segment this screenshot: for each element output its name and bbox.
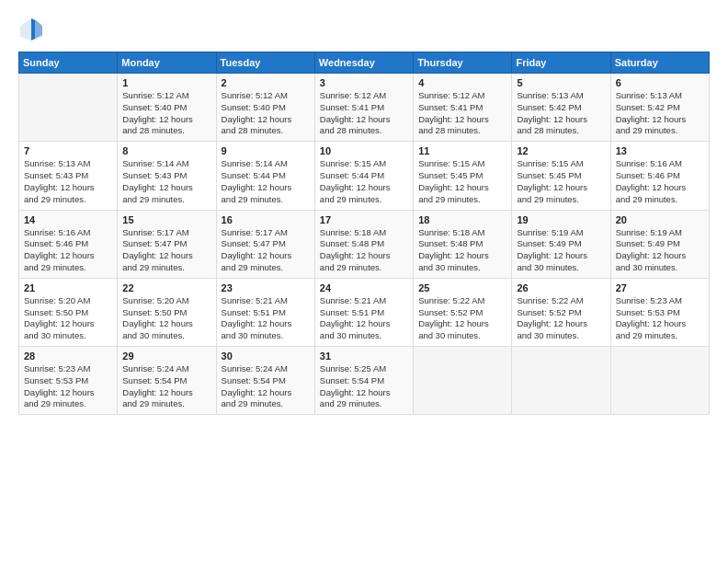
day-number: 10 [320, 145, 408, 156]
calendar-cell: 22Sunrise: 5:20 AMSunset: 5:50 PMDayligh… [118, 278, 216, 346]
calendar-cell: 11Sunrise: 5:15 AMSunset: 5:45 PMDayligh… [414, 142, 512, 210]
day-info: Sunrise: 5:15 AMSunset: 5:45 PMDaylight:… [418, 158, 506, 205]
calendar-cell: 18Sunrise: 5:18 AMSunset: 5:48 PMDayligh… [414, 210, 512, 278]
weekday-header-wednesday: Wednesday [314, 52, 413, 74]
page: SundayMondayTuesdayWednesdayThursdayFrid… [0, 0, 728, 563]
day-info: Sunrise: 5:16 AMSunset: 5:46 PMDaylight:… [24, 227, 112, 274]
day-info: Sunrise: 5:18 AMSunset: 5:48 PMDaylight:… [418, 227, 506, 274]
calendar-cell: 31Sunrise: 5:25 AMSunset: 5:54 PMDayligh… [314, 347, 413, 415]
calendar-cell: 29Sunrise: 5:24 AMSunset: 5:54 PMDayligh… [118, 347, 216, 415]
calendar-cell: 30Sunrise: 5:24 AMSunset: 5:54 PMDayligh… [216, 347, 314, 415]
calendar-cell: 16Sunrise: 5:17 AMSunset: 5:47 PMDayligh… [216, 210, 314, 278]
day-info: Sunrise: 5:14 AMSunset: 5:44 PMDaylight:… [222, 158, 310, 205]
calendar-cell: 27Sunrise: 5:23 AMSunset: 5:53 PMDayligh… [610, 278, 709, 346]
logo [18, 17, 48, 42]
calendar-cell: 20Sunrise: 5:19 AMSunset: 5:49 PMDayligh… [610, 210, 709, 278]
weekday-header-friday: Friday [512, 52, 610, 74]
day-info: Sunrise: 5:18 AMSunset: 5:48 PMDaylight:… [320, 227, 408, 274]
day-number: 16 [222, 214, 310, 225]
day-number: 2 [222, 77, 310, 88]
day-info: Sunrise: 5:12 AMSunset: 5:41 PMDaylight:… [320, 90, 408, 137]
weekday-header-thursday: Thursday [414, 52, 512, 74]
calendar-cell: 23Sunrise: 5:21 AMSunset: 5:51 PMDayligh… [216, 278, 314, 346]
day-number: 29 [122, 350, 210, 362]
day-number: 14 [24, 214, 112, 225]
day-number: 7 [24, 145, 112, 156]
calendar-cell: 19Sunrise: 5:19 AMSunset: 5:49 PMDayligh… [512, 210, 610, 278]
calendar-cell: 25Sunrise: 5:22 AMSunset: 5:52 PMDayligh… [414, 278, 512, 346]
calendar-cell: 9Sunrise: 5:14 AMSunset: 5:44 PMDaylight… [216, 142, 314, 210]
day-number: 31 [320, 350, 408, 362]
calendar-cell [512, 347, 610, 415]
day-number: 12 [517, 145, 605, 156]
day-info: Sunrise: 5:16 AMSunset: 5:46 PMDaylight:… [616, 158, 704, 205]
day-number: 19 [517, 214, 605, 225]
day-info: Sunrise: 5:13 AMSunset: 5:42 PMDaylight:… [616, 90, 704, 137]
day-number: 18 [418, 214, 506, 225]
day-number: 26 [517, 282, 605, 293]
day-info: Sunrise: 5:12 AMSunset: 5:41 PMDaylight:… [418, 90, 506, 137]
calendar-cell: 13Sunrise: 5:16 AMSunset: 5:46 PMDayligh… [610, 142, 709, 210]
day-info: Sunrise: 5:13 AMSunset: 5:43 PMDaylight:… [24, 158, 112, 205]
weekday-header-monday: Monday [118, 52, 216, 74]
day-info: Sunrise: 5:19 AMSunset: 5:49 PMDaylight:… [517, 227, 605, 274]
calendar-cell: 6Sunrise: 5:13 AMSunset: 5:42 PMDaylight… [610, 74, 709, 142]
day-number: 25 [418, 282, 506, 293]
calendar-table: SundayMondayTuesdayWednesdayThursdayFrid… [18, 52, 710, 415]
calendar-week-4: 21Sunrise: 5:20 AMSunset: 5:50 PMDayligh… [19, 278, 710, 346]
calendar-week-1: 1Sunrise: 5:12 AMSunset: 5:40 PMDaylight… [19, 74, 710, 142]
day-number: 15 [122, 214, 210, 225]
day-number: 3 [320, 77, 408, 88]
logo-icon [18, 17, 44, 42]
day-number: 1 [122, 77, 210, 88]
day-info: Sunrise: 5:22 AMSunset: 5:52 PMDaylight:… [418, 295, 506, 342]
calendar-cell: 5Sunrise: 5:13 AMSunset: 5:42 PMDaylight… [512, 74, 610, 142]
calendar-cell: 1Sunrise: 5:12 AMSunset: 5:40 PMDaylight… [118, 74, 216, 142]
day-info: Sunrise: 5:15 AMSunset: 5:45 PMDaylight:… [517, 158, 605, 205]
day-info: Sunrise: 5:12 AMSunset: 5:40 PMDaylight:… [222, 90, 310, 137]
day-number: 5 [517, 77, 605, 88]
calendar-cell: 15Sunrise: 5:17 AMSunset: 5:47 PMDayligh… [118, 210, 216, 278]
calendar-cell: 10Sunrise: 5:15 AMSunset: 5:44 PMDayligh… [314, 142, 413, 210]
day-number: 17 [320, 214, 408, 225]
day-number: 27 [616, 282, 704, 293]
calendar-week-5: 28Sunrise: 5:23 AMSunset: 5:53 PMDayligh… [19, 347, 710, 415]
day-info: Sunrise: 5:14 AMSunset: 5:43 PMDaylight:… [122, 158, 210, 205]
calendar-cell: 28Sunrise: 5:23 AMSunset: 5:53 PMDayligh… [19, 347, 118, 415]
day-info: Sunrise: 5:23 AMSunset: 5:53 PMDaylight:… [24, 363, 112, 410]
day-number: 28 [24, 350, 112, 362]
day-number: 21 [24, 282, 112, 293]
calendar-week-2: 7Sunrise: 5:13 AMSunset: 5:43 PMDaylight… [19, 142, 710, 210]
calendar-week-3: 14Sunrise: 5:16 AMSunset: 5:46 PMDayligh… [19, 210, 710, 278]
day-number: 22 [122, 282, 210, 293]
calendar-cell [610, 347, 709, 415]
day-number: 8 [122, 145, 210, 156]
calendar-cell: 21Sunrise: 5:20 AMSunset: 5:50 PMDayligh… [19, 278, 118, 346]
calendar-header: SundayMondayTuesdayWednesdayThursdayFrid… [19, 52, 710, 74]
day-info: Sunrise: 5:19 AMSunset: 5:49 PMDaylight:… [616, 227, 704, 274]
calendar-cell: 26Sunrise: 5:22 AMSunset: 5:52 PMDayligh… [512, 278, 610, 346]
svg-marker-2 [31, 18, 35, 40]
day-info: Sunrise: 5:13 AMSunset: 5:42 PMDaylight:… [517, 90, 605, 137]
calendar-cell: 24Sunrise: 5:21 AMSunset: 5:51 PMDayligh… [314, 278, 413, 346]
day-info: Sunrise: 5:12 AMSunset: 5:40 PMDaylight:… [122, 90, 210, 137]
day-info: Sunrise: 5:24 AMSunset: 5:54 PMDaylight:… [122, 363, 210, 410]
weekday-header-tuesday: Tuesday [216, 52, 314, 74]
day-info: Sunrise: 5:23 AMSunset: 5:53 PMDaylight:… [616, 295, 704, 342]
day-info: Sunrise: 5:21 AMSunset: 5:51 PMDaylight:… [222, 295, 310, 342]
calendar-cell: 14Sunrise: 5:16 AMSunset: 5:46 PMDayligh… [19, 210, 118, 278]
day-info: Sunrise: 5:22 AMSunset: 5:52 PMDaylight:… [517, 295, 605, 342]
day-number: 13 [616, 145, 704, 156]
header [18, 17, 710, 42]
day-info: Sunrise: 5:17 AMSunset: 5:47 PMDaylight:… [222, 227, 310, 274]
day-number: 30 [222, 350, 310, 362]
day-number: 20 [616, 214, 704, 225]
calendar-cell: 2Sunrise: 5:12 AMSunset: 5:40 PMDaylight… [216, 74, 314, 142]
calendar-cell: 7Sunrise: 5:13 AMSunset: 5:43 PMDaylight… [19, 142, 118, 210]
day-info: Sunrise: 5:20 AMSunset: 5:50 PMDaylight:… [122, 295, 210, 342]
calendar-cell: 12Sunrise: 5:15 AMSunset: 5:45 PMDayligh… [512, 142, 610, 210]
day-info: Sunrise: 5:21 AMSunset: 5:51 PMDaylight:… [320, 295, 408, 342]
calendar-body: 1Sunrise: 5:12 AMSunset: 5:40 PMDaylight… [19, 74, 710, 415]
calendar-cell: 3Sunrise: 5:12 AMSunset: 5:41 PMDaylight… [314, 74, 413, 142]
calendar-cell: 4Sunrise: 5:12 AMSunset: 5:41 PMDaylight… [414, 74, 512, 142]
